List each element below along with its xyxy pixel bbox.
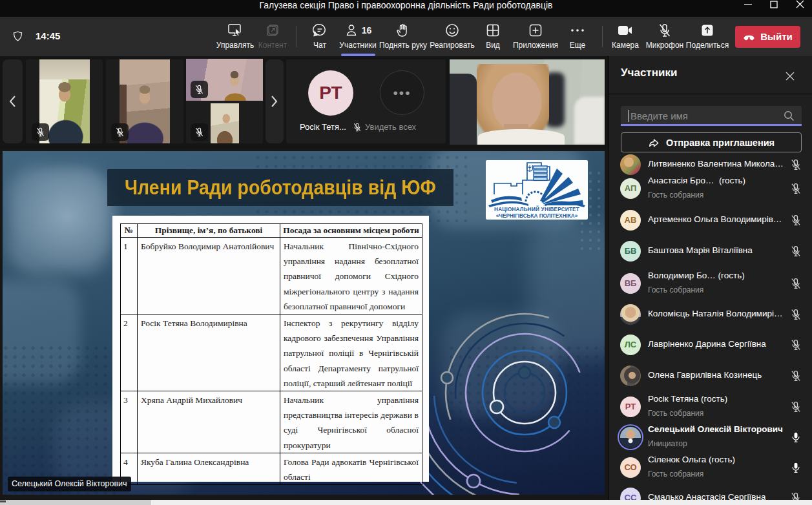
svg-text:«ЧЕРНІГІВСЬКА ПОЛІТЕХНІКА»: «ЧЕРНІГІВСЬКА ПОЛІТЕХНІКА»	[496, 213, 578, 219]
svg-text:НАЦІОНАЛЬНИЙ УНІВЕРСИТЕТ: НАЦІОНАЛЬНИЙ УНІВЕРСИТЕТ	[494, 205, 579, 212]
